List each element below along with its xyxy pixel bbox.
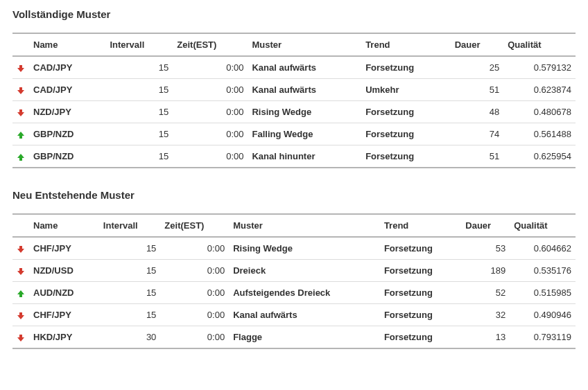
svg-marker-1: [17, 87, 24, 94]
cell-time: 0:00: [173, 79, 248, 101]
cell-time: 0:00: [173, 145, 248, 168]
cell-duration: 52: [461, 282, 510, 304]
cell-quality: 0.623874: [503, 79, 576, 101]
cell-name: CAD/JPY: [29, 56, 105, 79]
cell-quality: 0.579132: [503, 56, 576, 79]
arrow-down-icon: [12, 101, 29, 123]
cell-trend: Forsetzung: [380, 326, 461, 349]
cell-trend: Forsetzung: [380, 304, 461, 326]
cell-time: 0:00: [160, 237, 229, 260]
header-quality[interactable]: Qualität: [510, 214, 576, 237]
header-icon: [12, 33, 29, 56]
arrow-down-icon: [12, 304, 29, 326]
header-trend[interactable]: Trend: [380, 214, 461, 237]
svg-marker-9: [17, 335, 24, 342]
cell-time: 0:00: [160, 282, 229, 304]
header-trend[interactable]: Trend: [361, 33, 451, 56]
cell-interval: 15: [105, 101, 173, 123]
header-time[interactable]: Zeit(EST): [173, 33, 248, 56]
table-row[interactable]: NZD/USD150:00DreieckForsetzung1890.53517…: [12, 260, 576, 282]
cell-pattern: Dreieck: [229, 260, 380, 282]
complete-patterns-section: Vollständige MusterNameIntervallZeit(EST…: [12, 8, 576, 168]
cell-quality: 0.561488: [503, 123, 576, 145]
header-time[interactable]: Zeit(EST): [160, 214, 229, 237]
table-header-row: NameIntervallZeit(EST)MusterTrendDauerQu…: [12, 33, 576, 56]
cell-trend: Forsetzung: [380, 282, 461, 304]
cell-trend: Umkehr: [361, 79, 451, 101]
section-title: Neu Entstehende Muster: [12, 189, 576, 201]
table-row[interactable]: CHF/JPY150:00Kanal aufwärtsForsetzung320…: [12, 304, 576, 326]
cell-pattern: Kanal aufwärts: [248, 56, 361, 79]
cell-trend: Forsetzung: [361, 56, 451, 79]
header-interval[interactable]: Intervall: [105, 33, 173, 56]
cell-duration: 51: [451, 145, 504, 168]
emerging-patterns-section: Neu Entstehende MusterNameIntervallZeit(…: [12, 189, 576, 349]
cell-interval: 15: [105, 79, 173, 101]
cell-quality: 0.515985: [510, 282, 576, 304]
header-duration[interactable]: Dauer: [461, 214, 510, 237]
cell-interval: 30: [99, 326, 161, 349]
cell-pattern: Rising Wedge: [229, 237, 380, 260]
header-duration[interactable]: Dauer: [451, 33, 504, 56]
cell-name: GBP/NZD: [29, 123, 105, 145]
cell-duration: 25: [451, 56, 504, 79]
pattern-table: NameIntervallZeit(EST)MusterTrendDauerQu…: [12, 213, 576, 349]
cell-time: 0:00: [160, 326, 229, 349]
header-pattern[interactable]: Muster: [248, 33, 361, 56]
cell-name: NZD/USD: [29, 260, 99, 282]
cell-trend: Forsetzung: [361, 145, 451, 168]
header-pattern[interactable]: Muster: [229, 214, 380, 237]
cell-interval: 15: [105, 123, 173, 145]
table-row[interactable]: NZD/JPY150:00Rising WedgeForsetzung480.4…: [12, 101, 576, 123]
cell-interval: 15: [99, 260, 161, 282]
table-row[interactable]: CAD/JPY150:00Kanal aufwärtsForsetzung250…: [12, 56, 576, 79]
cell-interval: 15: [99, 237, 161, 260]
cell-pattern: Flagge: [229, 326, 380, 349]
cell-quality: 0.604662: [510, 237, 576, 260]
cell-time: 0:00: [160, 304, 229, 326]
arrow-up-icon: [12, 282, 29, 304]
cell-quality: 0.480678: [503, 101, 576, 123]
cell-pattern: Kanal aufwärts: [248, 79, 361, 101]
cell-time: 0:00: [173, 101, 248, 123]
cell-trend: Forsetzung: [361, 123, 451, 145]
table-row[interactable]: GBP/NZD150:00Falling WedgeForsetzung740.…: [12, 123, 576, 145]
cell-time: 0:00: [173, 56, 248, 79]
cell-quality: 0.535176: [510, 260, 576, 282]
arrow-down-icon: [12, 260, 29, 282]
table-row[interactable]: CAD/JPY150:00Kanal aufwärtsUmkehr510.623…: [12, 79, 576, 101]
cell-duration: 189: [461, 260, 510, 282]
table-row[interactable]: HKD/JPY300:00FlaggeForsetzung130.793119: [12, 326, 576, 349]
cell-time: 0:00: [173, 123, 248, 145]
table-row[interactable]: CHF/JPY150:00Rising WedgeForsetzung530.6…: [12, 237, 576, 260]
svg-marker-2: [17, 109, 24, 116]
svg-marker-8: [17, 312, 24, 319]
cell-trend: Forsetzung: [380, 260, 461, 282]
cell-quality: 0.793119: [510, 326, 576, 349]
header-name[interactable]: Name: [29, 214, 99, 237]
cell-pattern: Rising Wedge: [248, 101, 361, 123]
header-quality[interactable]: Qualität: [503, 33, 576, 56]
svg-marker-7: [17, 290, 24, 297]
cell-interval: 15: [99, 282, 161, 304]
cell-name: CAD/JPY: [29, 79, 105, 101]
table-row[interactable]: GBP/NZD150:00Kanal hinunterForsetzung510…: [12, 145, 576, 168]
header-interval[interactable]: Intervall: [99, 214, 161, 237]
cell-interval: 15: [99, 304, 161, 326]
table-header-row: NameIntervallZeit(EST)MusterTrendDauerQu…: [12, 214, 576, 237]
arrow-down-icon: [12, 326, 29, 349]
cell-pattern: Falling Wedge: [248, 123, 361, 145]
cell-duration: 51: [451, 79, 504, 101]
cell-duration: 32: [461, 304, 510, 326]
cell-duration: 48: [451, 101, 504, 123]
cell-trend: Forsetzung: [361, 101, 451, 123]
cell-pattern: Aufsteigendes Dreieck: [229, 282, 380, 304]
cell-duration: 53: [461, 237, 510, 260]
header-icon: [12, 214, 29, 237]
cell-name: CHF/JPY: [29, 304, 99, 326]
table-row[interactable]: AUD/NZD150:00Aufsteigendes DreieckForset…: [12, 282, 576, 304]
header-name[interactable]: Name: [29, 33, 105, 56]
cell-duration: 74: [451, 123, 504, 145]
arrow-up-icon: [12, 123, 29, 145]
cell-pattern: Kanal aufwärts: [229, 304, 380, 326]
